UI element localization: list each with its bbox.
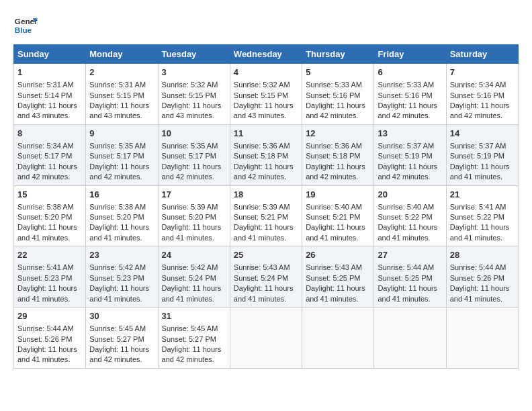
calendar-cell: 3Sunrise: 5:32 AMSunset: 5:15 PMDaylight… bbox=[158, 64, 230, 125]
sunset-text: Sunset: 5:17 PM bbox=[89, 152, 144, 160]
daylight-text: Daylight: 11 hours and 43 minutes. bbox=[234, 101, 294, 120]
daylight-text: Daylight: 11 hours and 41 minutes. bbox=[450, 284, 510, 302]
sunrise-text: Sunrise: 5:43 AM bbox=[306, 263, 362, 271]
sunset-text: Sunset: 5:16 PM bbox=[306, 91, 360, 99]
sunset-text: Sunset: 5:14 PM bbox=[17, 91, 72, 99]
day-of-week-header: Tuesday bbox=[158, 45, 230, 64]
sunrise-text: Sunrise: 5:42 AM bbox=[89, 263, 146, 271]
daylight-text: Daylight: 11 hours and 42 minutes. bbox=[162, 345, 222, 363]
daylight-text: Daylight: 11 hours and 42 minutes. bbox=[89, 163, 149, 181]
sunset-text: Sunset: 5:23 PM bbox=[89, 274, 144, 282]
sunrise-text: Sunrise: 5:35 AM bbox=[162, 142, 218, 150]
logo: General Blue bbox=[13, 13, 38, 38]
sunset-text: Sunset: 5:21 PM bbox=[234, 213, 288, 221]
sunrise-text: Sunrise: 5:45 AM bbox=[162, 324, 218, 332]
day-number: 31 bbox=[162, 310, 226, 322]
sunset-text: Sunset: 5:27 PM bbox=[89, 335, 144, 343]
sunset-text: Sunset: 5:20 PM bbox=[162, 213, 216, 221]
daylight-text: Daylight: 11 hours and 42 minutes. bbox=[306, 101, 365, 120]
day-number: 21 bbox=[450, 189, 515, 201]
sunrise-text: Sunrise: 5:32 AM bbox=[234, 81, 290, 89]
calendar-week-row: 29Sunrise: 5:44 AMSunset: 5:26 PMDayligh… bbox=[14, 308, 519, 369]
day-number: 23 bbox=[89, 249, 154, 261]
daylight-text: Daylight: 11 hours and 41 minutes. bbox=[378, 223, 437, 241]
logo-icon: General Blue bbox=[13, 13, 38, 38]
sunset-text: Sunset: 5:26 PM bbox=[17, 335, 72, 343]
daylight-text: Daylight: 11 hours and 41 minutes. bbox=[306, 284, 365, 302]
day-number: 24 bbox=[162, 249, 226, 261]
day-number: 10 bbox=[162, 128, 226, 140]
calendar-cell: 1Sunrise: 5:31 AMSunset: 5:14 PMDaylight… bbox=[14, 64, 86, 125]
sunset-text: Sunset: 5:22 PM bbox=[378, 213, 432, 221]
day-number: 14 bbox=[450, 128, 515, 140]
day-number: 18 bbox=[234, 189, 298, 201]
sunrise-text: Sunrise: 5:44 AM bbox=[378, 263, 434, 271]
day-number: 17 bbox=[162, 189, 226, 201]
day-of-week-header: Wednesday bbox=[230, 45, 302, 64]
day-number: 8 bbox=[17, 128, 82, 140]
sunrise-text: Sunrise: 5:37 AM bbox=[378, 142, 434, 150]
calendar-cell: 22Sunrise: 5:41 AMSunset: 5:23 PMDayligh… bbox=[14, 246, 86, 308]
calendar-cell: 21Sunrise: 5:41 AMSunset: 5:22 PMDayligh… bbox=[446, 185, 518, 246]
calendar-cell: 20Sunrise: 5:40 AMSunset: 5:22 PMDayligh… bbox=[374, 185, 446, 246]
sunrise-text: Sunrise: 5:40 AM bbox=[306, 203, 362, 211]
daylight-text: Daylight: 11 hours and 41 minutes. bbox=[17, 284, 77, 302]
calendar-cell: 7Sunrise: 5:34 AMSunset: 5:16 PMDaylight… bbox=[446, 64, 518, 125]
day-number: 20 bbox=[378, 189, 442, 201]
day-number: 11 bbox=[234, 128, 298, 140]
daylight-text: Daylight: 11 hours and 42 minutes. bbox=[89, 345, 149, 363]
sunset-text: Sunset: 5:15 PM bbox=[234, 91, 288, 99]
sunrise-text: Sunrise: 5:34 AM bbox=[450, 81, 506, 89]
day-of-week-header: Friday bbox=[374, 45, 446, 64]
day-number: 15 bbox=[17, 189, 82, 201]
sunrise-text: Sunrise: 5:36 AM bbox=[306, 142, 362, 150]
calendar-cell: 5Sunrise: 5:33 AMSunset: 5:16 PMDaylight… bbox=[302, 64, 374, 125]
day-number: 4 bbox=[234, 66, 298, 79]
sunrise-text: Sunrise: 5:35 AM bbox=[89, 142, 146, 150]
day-of-week-header: Saturday bbox=[446, 45, 518, 64]
sunset-text: Sunset: 5:19 PM bbox=[450, 152, 504, 160]
calendar-cell: 15Sunrise: 5:38 AMSunset: 5:20 PMDayligh… bbox=[14, 185, 86, 246]
daylight-text: Daylight: 11 hours and 41 minutes. bbox=[162, 284, 222, 302]
calendar-cell: 10Sunrise: 5:35 AMSunset: 5:17 PMDayligh… bbox=[158, 124, 230, 185]
calendar-cell: 19Sunrise: 5:40 AMSunset: 5:21 PMDayligh… bbox=[302, 185, 374, 246]
day-number: 9 bbox=[89, 128, 154, 140]
calendar-cell bbox=[446, 308, 518, 369]
day-number: 12 bbox=[306, 128, 370, 140]
sunrise-text: Sunrise: 5:41 AM bbox=[17, 263, 74, 271]
daylight-text: Daylight: 11 hours and 42 minutes. bbox=[378, 101, 437, 120]
sunset-text: Sunset: 5:20 PM bbox=[17, 213, 72, 221]
calendar-week-row: 15Sunrise: 5:38 AMSunset: 5:20 PMDayligh… bbox=[14, 185, 519, 246]
daylight-text: Daylight: 11 hours and 41 minutes. bbox=[450, 163, 510, 181]
daylight-text: Daylight: 11 hours and 42 minutes. bbox=[378, 163, 437, 181]
day-number: 19 bbox=[306, 189, 370, 201]
daylight-text: Daylight: 11 hours and 41 minutes. bbox=[17, 223, 77, 241]
calendar-cell: 24Sunrise: 5:42 AMSunset: 5:24 PMDayligh… bbox=[158, 246, 230, 308]
sunset-text: Sunset: 5:27 PM bbox=[162, 335, 216, 343]
page-header: General Blue bbox=[13, 13, 519, 38]
calendar-cell: 27Sunrise: 5:44 AMSunset: 5:25 PMDayligh… bbox=[374, 246, 446, 308]
calendar-cell: 12Sunrise: 5:36 AMSunset: 5:18 PMDayligh… bbox=[302, 124, 374, 185]
sunrise-text: Sunrise: 5:42 AM bbox=[162, 263, 218, 271]
daylight-text: Daylight: 11 hours and 43 minutes. bbox=[17, 101, 77, 120]
calendar-cell: 30Sunrise: 5:45 AMSunset: 5:27 PMDayligh… bbox=[86, 308, 158, 369]
daylight-text: Daylight: 11 hours and 41 minutes. bbox=[162, 223, 222, 241]
calendar-cell: 31Sunrise: 5:45 AMSunset: 5:27 PMDayligh… bbox=[158, 308, 230, 369]
calendar-cell bbox=[230, 308, 302, 369]
sunrise-text: Sunrise: 5:39 AM bbox=[162, 203, 218, 211]
calendar-table: SundayMondayTuesdayWednesdayThursdayFrid… bbox=[13, 44, 519, 369]
calendar-cell bbox=[374, 308, 446, 369]
calendar-cell: 14Sunrise: 5:37 AMSunset: 5:19 PMDayligh… bbox=[446, 124, 518, 185]
sunset-text: Sunset: 5:20 PM bbox=[89, 213, 144, 221]
daylight-text: Daylight: 11 hours and 41 minutes. bbox=[89, 284, 149, 302]
sunset-text: Sunset: 5:22 PM bbox=[450, 213, 504, 221]
sunrise-text: Sunrise: 5:33 AM bbox=[306, 81, 362, 89]
daylight-text: Daylight: 11 hours and 41 minutes. bbox=[17, 345, 77, 363]
daylight-text: Daylight: 11 hours and 42 minutes. bbox=[17, 163, 77, 181]
daylight-text: Daylight: 11 hours and 42 minutes. bbox=[162, 163, 222, 181]
sunset-text: Sunset: 5:17 PM bbox=[162, 152, 216, 160]
sunset-text: Sunset: 5:18 PM bbox=[234, 152, 288, 160]
daylight-text: Daylight: 11 hours and 41 minutes. bbox=[378, 284, 437, 302]
sunrise-text: Sunrise: 5:36 AM bbox=[234, 142, 290, 150]
sunset-text: Sunset: 5:24 PM bbox=[234, 274, 288, 282]
